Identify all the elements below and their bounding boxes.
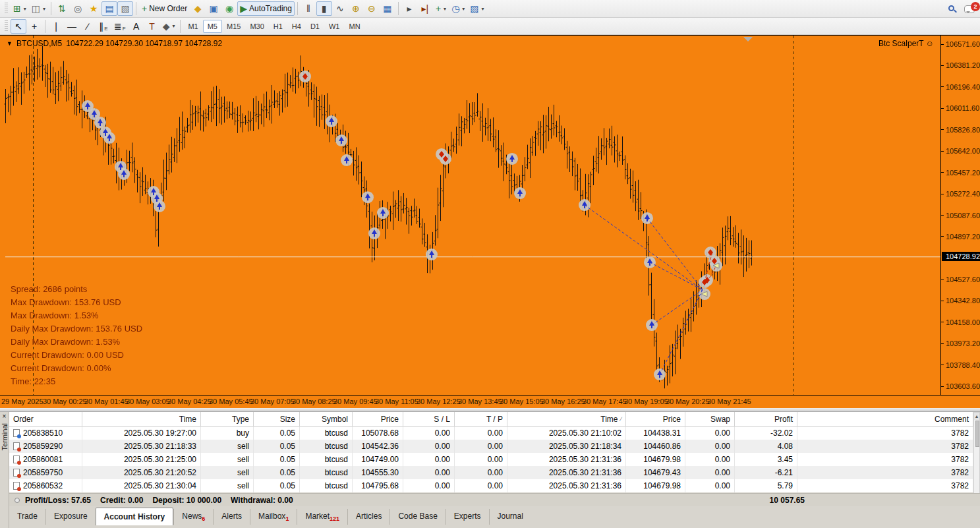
indicators-button[interactable]: +▾ bbox=[433, 1, 449, 16]
cell-order: 205860081 bbox=[9, 453, 82, 466]
chart-dropdown-icon[interactable]: ▼ bbox=[7, 40, 13, 47]
tab-news[interactable]: News6 bbox=[173, 509, 213, 525]
tab-code-base[interactable]: Code Base bbox=[389, 509, 445, 525]
column-header-tp[interactable]: T / P bbox=[455, 412, 507, 426]
toolbar-grip[interactable] bbox=[5, 20, 8, 32]
scrollbar-thumb[interactable] bbox=[975, 421, 979, 447]
tab-alerts[interactable]: Alerts bbox=[213, 509, 250, 525]
new-chart-button[interactable]: ⊞▾ bbox=[11, 1, 29, 16]
line-chart-icon: ∿ bbox=[336, 4, 344, 13]
time-axis-label: 30 May 05:45 bbox=[209, 397, 253, 405]
zoom-out-button[interactable]: ⊖ bbox=[364, 1, 380, 16]
tab-account-history[interactable]: Account History bbox=[96, 508, 174, 525]
autotrading-button-label: AutoTrading bbox=[249, 4, 292, 13]
chevron-down-icon: ▾ bbox=[172, 23, 175, 29]
strategy-tester-button[interactable]: ▣ bbox=[206, 1, 221, 16]
profiles-button[interactable]: ◫▾ bbox=[29, 1, 48, 16]
arrows-tool[interactable]: ◆▾ bbox=[160, 19, 178, 34]
chart-shift-button[interactable]: ▸| bbox=[417, 1, 433, 16]
cell-swap: 0.00 bbox=[685, 466, 735, 479]
tab-label: Account History bbox=[104, 512, 165, 521]
symbols-button[interactable]: ⇅ bbox=[54, 1, 70, 16]
tab-articles[interactable]: Articles bbox=[347, 509, 389, 525]
metaeditor-button[interactable]: ◆ bbox=[190, 1, 206, 16]
table-row[interactable]: 2058600812025.05.30 21:25:00sell0.05btcu… bbox=[9, 453, 973, 466]
table-row[interactable]: 2058605322025.05.30 21:30:04sell0.05btcu… bbox=[9, 479, 973, 492]
column-header-comment[interactable]: Comment bbox=[797, 412, 973, 426]
tab-label: Market bbox=[305, 512, 330, 521]
column-header-price2[interactable]: Price bbox=[626, 412, 685, 426]
timeframe-m5[interactable]: M5 bbox=[203, 20, 222, 33]
tab-experts[interactable]: Experts bbox=[446, 509, 489, 525]
table-header-row: OrderTimeTypeSizeSymbolPriceS / LT / PTi… bbox=[9, 412, 973, 426]
tab-journal[interactable]: Journal bbox=[489, 509, 531, 525]
price-axis[interactable]: 104728.92 106571.60106381.20106196.40106… bbox=[940, 36, 980, 395]
notifications-icon[interactable]: 2 bbox=[964, 5, 975, 13]
timeframe-m30[interactable]: M30 bbox=[245, 20, 268, 33]
summary-segment: Profit/Loss: 57.65 bbox=[25, 496, 91, 505]
signals-button[interactable]: ◉ bbox=[221, 1, 237, 16]
line-chart-button[interactable]: ∿ bbox=[332, 1, 348, 16]
column-header-time2[interactable]: Time∕ bbox=[507, 412, 626, 426]
cursor-tool[interactable]: ↖ bbox=[11, 19, 26, 34]
favorites-button[interactable]: ★ bbox=[86, 1, 101, 16]
tab-mailbox[interactable]: Mailbox1 bbox=[250, 509, 297, 525]
cursor-target-button[interactable]: ◎ bbox=[70, 1, 86, 16]
time-axis[interactable]: 29 May 202530 May 00:2530 May 01:4530 Ma… bbox=[0, 395, 980, 409]
timeframe-mn[interactable]: MN bbox=[344, 20, 364, 33]
timeframe-h1[interactable]: H1 bbox=[269, 20, 287, 33]
equidistant-channel-tool[interactable]: ∥E bbox=[96, 19, 111, 34]
column-header-type[interactable]: Type bbox=[201, 412, 254, 426]
column-header-profit[interactable]: Profit bbox=[735, 412, 797, 426]
column-header-time[interactable]: Time bbox=[82, 412, 201, 426]
timeframe-d1[interactable]: D1 bbox=[306, 20, 324, 33]
vertical-line-tool[interactable]: | bbox=[48, 19, 64, 34]
auto-scroll-button[interactable]: ▸ bbox=[401, 1, 417, 16]
templates-button[interactable]: ▨▾ bbox=[467, 1, 486, 16]
table-row[interactable]: 2058592902025.05.30 21:18:33sell0.05btcu… bbox=[9, 440, 973, 453]
tab-exposure[interactable]: Exposure bbox=[45, 509, 96, 525]
column-header-sl[interactable]: S / L bbox=[403, 412, 455, 426]
annotation-line: Current Drawdown: 0.00% bbox=[11, 362, 142, 375]
column-header-price[interactable]: Price bbox=[353, 412, 403, 426]
tile-windows-button[interactable]: ▦ bbox=[380, 1, 395, 16]
timeframe-m15[interactable]: M15 bbox=[222, 20, 245, 33]
scroll-up-icon[interactable]: ▲ bbox=[974, 413, 979, 420]
periods-button[interactable]: ◷▾ bbox=[449, 1, 467, 16]
search-icon[interactable] bbox=[948, 5, 956, 13]
autotrading-button[interactable]: ▶AutoTrading bbox=[237, 1, 295, 16]
text-tool[interactable]: A bbox=[129, 19, 144, 34]
candlestick-chart-button[interactable]: ▮ bbox=[316, 1, 332, 16]
market-watch-button[interactable]: ▤ bbox=[101, 1, 117, 16]
bar-chart-button[interactable]: ‖ bbox=[301, 1, 316, 16]
timeframe-h4[interactable]: H4 bbox=[287, 20, 306, 33]
trendline-tool[interactable]: ∕ bbox=[80, 19, 96, 34]
horizontal-line-tool[interactable]: — bbox=[64, 19, 80, 34]
indicators-icon: + bbox=[436, 4, 441, 13]
column-header-size[interactable]: Size bbox=[254, 412, 300, 426]
timeframe-w1[interactable]: W1 bbox=[324, 20, 345, 33]
table-scrollbar[interactable]: ▲ ▼ bbox=[973, 412, 980, 506]
toolbar-grip[interactable] bbox=[5, 3, 8, 15]
account-history-table: OrderTimeTypeSizeSymbolPriceS / LT / PTi… bbox=[9, 412, 973, 492]
axis-tick bbox=[941, 151, 944, 152]
chart-title[interactable]: ▼ BTCUSD,M5 104722.29 104729.30 104718.9… bbox=[7, 39, 222, 48]
crosshair-tool[interactable]: + bbox=[26, 19, 42, 34]
current-price-box: 104728.92 bbox=[942, 252, 980, 261]
zoom-in-button[interactable]: ⊕ bbox=[348, 1, 364, 16]
column-header-symbol[interactable]: Symbol bbox=[300, 412, 353, 426]
table-row[interactable]: 2058597502025.05.30 21:20:52sell0.05btcu… bbox=[9, 466, 973, 479]
tab-market[interactable]: Market121 bbox=[297, 509, 347, 525]
column-header-swap[interactable]: Swap bbox=[685, 412, 735, 426]
order-sell-icon bbox=[13, 469, 20, 477]
new-order-button[interactable]: +New Order bbox=[139, 1, 190, 16]
fibonacci-tool[interactable]: ≣F bbox=[111, 19, 129, 34]
text-label-tool[interactable]: T bbox=[144, 19, 160, 34]
data-window-button[interactable]: ▧ bbox=[117, 1, 133, 16]
tab-trade[interactable]: Trade bbox=[9, 509, 45, 525]
close-icon[interactable]: × bbox=[3, 413, 7, 421]
table-row[interactable]: 2058385102025.05.30 19:27:00buy0.05btcus… bbox=[9, 426, 973, 440]
column-header-order[interactable]: Order bbox=[9, 412, 82, 426]
time-axis-label: 30 May 21:45 bbox=[707, 397, 751, 405]
timeframe-m1[interactable]: M1 bbox=[183, 20, 202, 33]
